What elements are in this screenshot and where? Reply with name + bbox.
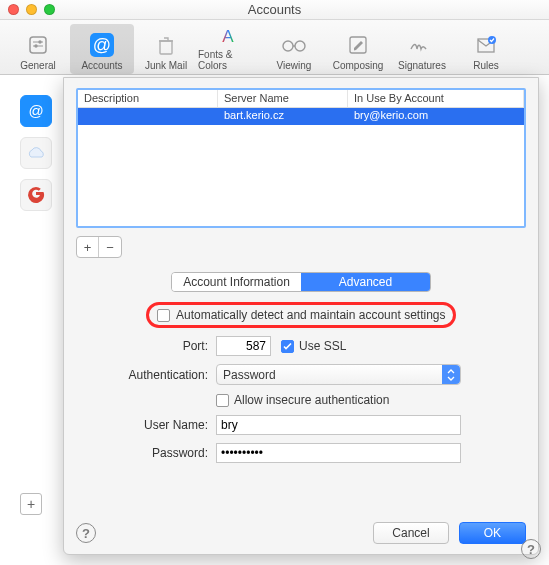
toolbar-label: Viewing [277,60,312,71]
chevron-updown-icon [442,365,460,384]
autodetect-label: Automatically detect and maintain accoun… [176,308,445,322]
account-item-google[interactable] [20,179,52,211]
at-icon: @ [89,32,115,58]
authentication-label: Authentication: [76,368,216,382]
toolbar-composing[interactable]: Composing [326,24,390,74]
add-server-button[interactable]: + [77,237,99,257]
server-settings-sheet: Description Server Name In Use By Accoun… [63,77,539,555]
password-input[interactable] [216,443,461,463]
svg-text:@: @ [28,102,43,119]
remove-server-button[interactable]: − [99,237,121,257]
cell-description [78,108,218,125]
svg-point-4 [34,44,37,47]
svg-point-3 [38,40,41,43]
server-table[interactable]: Description Server Name In Use By Accoun… [76,88,526,228]
toolbar-label: Rules [473,60,499,71]
toolbar-junkmail[interactable]: Junk Mail [134,24,198,74]
toolbar-label: Junk Mail [145,60,187,71]
add-remove-control: + − [76,236,122,258]
allow-insecure-label: Allow insecure authentication [234,393,389,407]
signature-icon [409,32,435,58]
allow-insecure-checkbox[interactable] [216,394,229,407]
toolbar-fontscolors[interactable]: A Fonts & Colors [198,24,262,74]
tab-account-information[interactable]: Account Information [172,273,301,291]
toolbar-label: General [20,60,56,71]
toolbar-viewing[interactable]: Viewing [262,24,326,74]
rules-icon [475,32,497,58]
window-help-button[interactable]: ? [521,539,541,559]
account-item-kerio[interactable]: @ [20,95,52,127]
table-row[interactable]: bart.kerio.cz bry@kerio.com [78,108,524,125]
tab-advanced[interactable]: Advanced [301,273,430,291]
svg-point-8 [283,41,293,51]
svg-rect-0 [30,37,46,53]
port-input[interactable] [216,336,271,356]
cell-servername: bart.kerio.cz [218,108,348,125]
toolbar-label: Composing [333,60,384,71]
col-description[interactable]: Description [78,90,218,107]
trash-icon [155,32,177,58]
col-servername[interactable]: Server Name [218,90,348,107]
toolbar-label: Signatures [398,60,446,71]
username-input[interactable] [216,415,461,435]
toolbar-label: Accounts [81,60,122,71]
use-ssl-checkbox[interactable] [281,340,294,353]
compose-icon [347,32,369,58]
port-label: Port: [76,339,216,353]
use-ssl-label: Use SSL [299,339,346,353]
svg-point-9 [295,41,305,51]
autodetect-row: Automatically detect and maintain accoun… [146,302,456,328]
authentication-value: Password [223,368,276,382]
slider-icon [27,32,49,58]
glasses-icon [281,32,307,58]
authentication-select[interactable]: Password [216,364,461,385]
svg-text:@: @ [93,35,111,55]
col-inuse[interactable]: In Use By Account [348,90,524,107]
autodetect-checkbox[interactable] [157,309,170,322]
cancel-button[interactable]: Cancel [373,522,448,544]
toolbar-label: Fonts & Colors [198,49,262,71]
toolbar-general[interactable]: General [6,24,70,74]
cell-inuse: bry@kerio.com [348,108,524,125]
username-label: User Name: [76,418,216,432]
toolbar-signatures[interactable]: Signatures [390,24,454,74]
help-button[interactable]: ? [76,523,96,543]
titlebar: Accounts [0,0,549,20]
toolbar-accounts[interactable]: @ Accounts [70,24,134,74]
window-title: Accounts [0,2,549,17]
preferences-toolbar: General @ Accounts Junk Mail A Fonts & C… [0,20,549,75]
add-account-button[interactable]: + [20,493,42,515]
tab-group: Account Information Advanced [171,272,431,292]
toolbar-rules[interactable]: Rules [454,24,518,74]
ok-button[interactable]: OK [459,522,526,544]
fonts-icon: A [218,24,242,47]
password-label: Password: [76,446,216,460]
account-item-icloud[interactable] [20,137,52,169]
table-header: Description Server Name In Use By Accoun… [78,90,524,108]
account-list: @ + [16,95,62,515]
svg-text:A: A [222,27,234,46]
